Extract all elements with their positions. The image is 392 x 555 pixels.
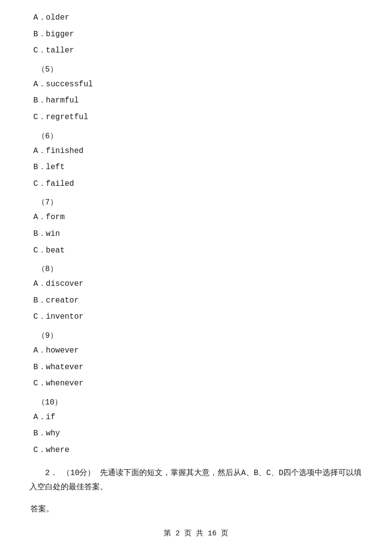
option-text: successful [46, 80, 93, 89]
option-a-1: A．older [29, 10, 363, 26]
option-text: inventor [46, 312, 84, 321]
question-number-9: （9） [29, 330, 363, 341]
option-text: failed [46, 179, 74, 188]
option-text: creator [46, 296, 79, 305]
section2-score: （10分） [62, 469, 95, 478]
option-label: A． [33, 147, 46, 155]
option-text: regretful [46, 113, 88, 122]
option-label: C． [33, 113, 46, 122]
option-b-9: B．whatever [29, 359, 363, 376]
option-c-5: C．regretful [29, 109, 363, 126]
option-label: A． [33, 213, 46, 222]
option-text: whatever [46, 363, 84, 372]
option-text: discover [46, 279, 84, 288]
option-b-10: B．why [29, 426, 363, 442]
question-number-5: （5） [29, 64, 363, 75]
option-text: win [46, 229, 60, 238]
option-text: if [46, 413, 55, 422]
question-number-10: （10） [29, 397, 363, 407]
option-label: B． [33, 229, 46, 238]
option-label: B． [33, 96, 46, 105]
question-number-7: （7） [29, 197, 363, 207]
option-text: where [46, 446, 70, 454]
option-text: left [46, 163, 65, 172]
option-label: B． [33, 296, 46, 305]
section2-intro: 2． （10分） 先通读下面的短文，掌握其大意，然后从A、B、C、D四个选项中选… [29, 466, 363, 495]
option-b-7: B．win [29, 226, 363, 243]
option-text: finished [46, 147, 84, 155]
option-label: A． [33, 413, 46, 422]
option-label: B． [33, 429, 46, 438]
option-label: C． [33, 379, 46, 388]
option-b-1: B．bigger [29, 26, 363, 43]
option-text: however [46, 346, 79, 355]
option-label: C． [33, 179, 46, 188]
page-footer: 第 2 页 共 16 页 [29, 529, 363, 538]
option-text: older [46, 13, 70, 22]
option-text: taller [46, 46, 74, 55]
option-text: bigger [46, 30, 74, 39]
option-b-6: B．left [29, 159, 363, 176]
option-c-1: C．taller [29, 43, 363, 59]
option-label: A． [33, 13, 46, 22]
option-a-9: A．however [29, 343, 363, 359]
option-label: B． [33, 363, 46, 372]
option-text: whenever [46, 379, 84, 388]
option-a-5: A．successful [29, 76, 363, 93]
option-a-6: A．finished [29, 143, 363, 160]
option-b-8: B．creator [29, 293, 363, 309]
option-label: A． [33, 279, 46, 288]
option-label: A． [33, 346, 46, 355]
question-number-8: （8） [29, 264, 363, 274]
section2-answer-label: 答案。 [29, 503, 363, 517]
option-label: B． [33, 30, 46, 39]
option-c-7: C．beat [29, 243, 363, 259]
option-label: B． [33, 163, 46, 172]
option-text: form [46, 213, 65, 222]
option-text: beat [46, 246, 65, 255]
option-label: C． [33, 246, 46, 255]
section2-number: 2． [45, 469, 58, 478]
option-text: harmful [46, 96, 79, 105]
option-label: C． [33, 446, 46, 454]
option-b-5: B．harmful [29, 93, 363, 109]
option-label: C． [33, 312, 46, 321]
question-number-6: （6） [29, 131, 363, 141]
option-c-10: C．where [29, 442, 363, 459]
option-label: A． [33, 80, 46, 89]
option-label: C． [33, 46, 46, 55]
page-footer-text: 第 2 页 共 16 页 [164, 530, 228, 538]
option-text: why [46, 429, 60, 438]
option-a-8: A．discover [29, 276, 363, 293]
option-c-8: C．inventor [29, 309, 363, 326]
option-a-10: A．if [29, 409, 363, 426]
option-c-6: C．failed [29, 176, 363, 193]
option-c-9: C．whenever [29, 376, 363, 392]
option-a-7: A．form [29, 209, 363, 226]
